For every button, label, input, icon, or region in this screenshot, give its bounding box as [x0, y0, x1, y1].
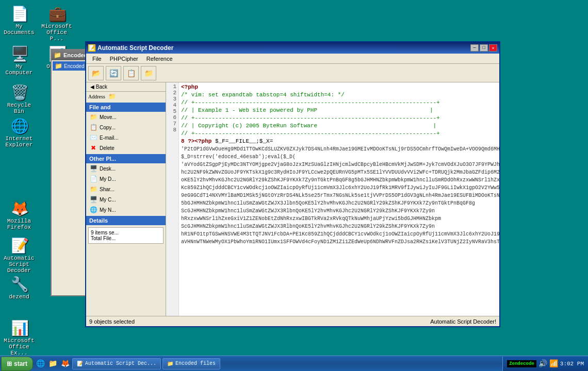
- toolbar-folder-button[interactable]: 📁: [141, 66, 156, 80]
- tray-volume-icon[interactable]: 📶: [549, 359, 558, 368]
- my-docs-place-icon: 📄: [89, 175, 97, 183]
- windows-logo-icon: ⊞: [7, 360, 12, 367]
- toolbar-refresh-button[interactable]: 🔄: [106, 66, 121, 80]
- menu-file[interactable]: File: [88, 55, 106, 63]
- taskbar: ⊞ start 🌐 📁 🦊 📝 Automatic Script Dec... …: [0, 356, 588, 371]
- content-area: ◀ Back Address 📁 File and 📁 Move... 📋 Co…: [86, 82, 499, 316]
- desktop-place-icon: 🖥️: [89, 164, 97, 173]
- line-numbers: 1 2 3 4 5 6 7 8: [166, 82, 179, 316]
- desktop-icon-automatic-script[interactable]: 📝 Automatic Script Decoder: [1, 237, 37, 274]
- email-item[interactable]: ✉️ E-mail...: [86, 132, 166, 143]
- shared-place-icon: 📁: [89, 185, 97, 193]
- delete-icon: ✖: [89, 144, 97, 152]
- main-window: 📝 Automatic Script Decoder ─ □ ✕ File PH…: [85, 41, 500, 327]
- menu-bar: File PHPCipher Reference: [86, 54, 499, 64]
- my-computer-icon: 🖥️: [11, 45, 27, 62]
- taskbar-item-automatic-script[interactable]: 📝 Automatic Script Dec...: [72, 358, 161, 369]
- move-icon: 📁: [89, 113, 97, 121]
- desktop-icon-my-documents[interactable]: 📄 My Documents: [1, 5, 37, 36]
- details-total: Total File...: [91, 235, 161, 241]
- desktop-icon-microsoft-office[interactable]: 💼 Microsoft Office P...: [39, 5, 75, 42]
- folder-icon-small: 📁: [108, 93, 116, 100]
- desktop-place-item[interactable]: 🖥️ Desk...: [86, 163, 166, 174]
- desktop-icon-internet-explorer[interactable]: 🌐 Internet Explorer: [1, 117, 37, 148]
- my-documents-icon: 📄: [11, 5, 27, 22]
- file-folder-tasks-title: File and: [86, 103, 166, 112]
- window-title-icon: 📝: [88, 44, 95, 52]
- automatic-script-icon: 📝: [11, 237, 27, 254]
- my-network-place-icon: 🌐: [89, 206, 97, 214]
- taskbar-item-encoded-files[interactable]: 📁 Encoded files: [162, 358, 220, 369]
- code-editor-area[interactable]: 1 2 3 4 5 6 7 8 <?php /* vim: set expand…: [166, 82, 499, 316]
- details-title: Details: [86, 216, 166, 225]
- tray-network-icon[interactable]: 🔊: [538, 359, 547, 368]
- address-label: Address 📁: [86, 92, 166, 102]
- menu-phpcipher[interactable]: PHPCipher: [106, 55, 142, 63]
- window-controls: ─ □ ✕: [470, 44, 497, 52]
- status-text: 9 objects selected: [89, 318, 135, 325]
- window-titlebar: 📝 Automatic Script Decoder ─ □ ✕: [86, 42, 499, 54]
- toolbar-open-button[interactable]: 📂: [88, 66, 104, 80]
- taskbar-items: 🌐 📁 🦊 📝 Automatic Script Dec... 📁 Encode…: [33, 358, 502, 369]
- move-item[interactable]: 📁 Move...: [86, 112, 166, 122]
- taskbar-item-encoded-files-icon: 📁: [167, 361, 173, 367]
- close-button[interactable]: ✕: [489, 44, 497, 52]
- my-comp-place-item[interactable]: 🖥️ My C...: [86, 194, 166, 205]
- copy-item[interactable]: 📋 Copy...: [86, 122, 166, 132]
- details-box: 9 items se... Total File...: [88, 227, 164, 244]
- details-count: 9 items se...: [91, 230, 161, 235]
- folder-icon: 📁: [55, 62, 62, 70]
- taskbar-tray: Zendecode 🔊 📶 3:02 PM: [502, 357, 588, 371]
- code-text: <?php /* vim: set expandtab tabstop=4 sh…: [179, 82, 499, 316]
- desktop-icon-mozilla-firefox[interactable]: 🦊 Mozilla Firefox: [1, 200, 37, 230]
- back-button[interactable]: ◀ Back: [88, 83, 109, 90]
- maximize-button[interactable]: □: [480, 44, 488, 52]
- address-bar: ◀ Back: [86, 82, 166, 92]
- email-icon: ✉️: [89, 133, 97, 142]
- recycle-bin-icon: 🗑️: [11, 84, 27, 100]
- copy-icon: 📋: [89, 123, 97, 131]
- taskbar-quick-launch-firefox[interactable]: 🦊: [61, 359, 70, 368]
- my-docs-place-item[interactable]: 📄 My D...: [86, 174, 166, 184]
- menu-reference[interactable]: Reference: [142, 55, 177, 63]
- app-name: Automatic Script Decoder!: [430, 318, 496, 325]
- minimize-button[interactable]: ─: [470, 44, 479, 52]
- other-places-title: Other Pl...: [86, 154, 166, 163]
- zendecode-badge: Zendecode: [507, 360, 536, 367]
- desktop-icon-dezend[interactable]: 🔧 dezend: [1, 276, 37, 300]
- my-network-place-item[interactable]: 🌐 My N...: [86, 205, 166, 215]
- toolbar-clipboard-button[interactable]: 📋: [123, 66, 139, 80]
- taskbar-quick-launch-explorer[interactable]: 📁: [48, 359, 57, 368]
- start-button[interactable]: ⊞ start: [1, 357, 33, 371]
- my-comp-place-icon: 🖥️: [89, 195, 97, 204]
- left-panel: ◀ Back Address 📁 File and 📁 Move... 📋 Co…: [86, 82, 166, 316]
- internet-explorer-icon: 🌐: [11, 117, 27, 134]
- microsoft-office-icon: 💼: [48, 5, 65, 22]
- delete-item[interactable]: ✖ Delete: [86, 143, 166, 153]
- taskbar-item-automatic-script-icon: 📝: [77, 361, 83, 367]
- window-title-text: Automatic Script Decoder: [97, 44, 470, 52]
- desktop-icon-microsoft-office-ex[interactable]: 📊 Microsoft Office Ex...: [1, 319, 37, 356]
- taskbar-quick-launch-ie[interactable]: 🌐: [36, 359, 45, 368]
- taskbar-clock: 3:02 PM: [560, 361, 584, 367]
- mozilla-firefox-icon: 🦊: [11, 200, 27, 216]
- status-bar: 9 objects selected Automatic Script Deco…: [86, 316, 499, 326]
- toolbar: 📂 🔄 📋 📁: [86, 64, 499, 82]
- desktop-icon-my-computer[interactable]: 🖥️ My Computer: [1, 45, 37, 76]
- shared-place-item[interactable]: 📁 Shar...: [86, 184, 166, 194]
- microsoft-office-ex-icon: 📊: [11, 319, 27, 336]
- desktop-icon-recycle-bin[interactable]: 🗑️ Recycle Bin: [1, 84, 37, 114]
- code-content: 1 2 3 4 5 6 7 8 <?php /* vim: set expand…: [166, 82, 499, 316]
- dezend-icon: 🔧: [11, 276, 27, 292]
